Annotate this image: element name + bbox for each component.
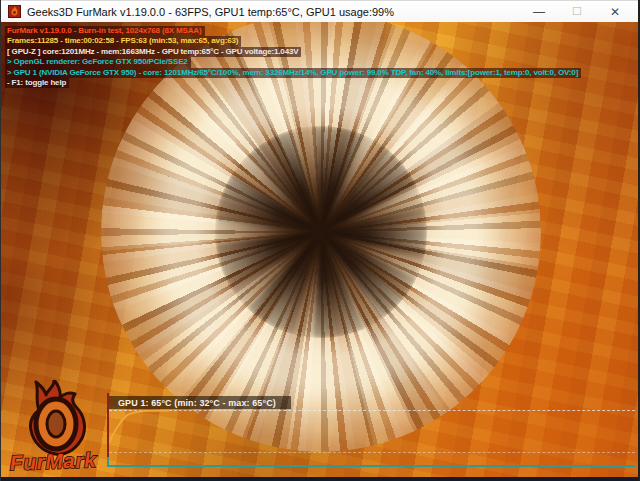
furmark-app-icon: [8, 5, 21, 18]
osd-line-gpuz: [ GPU-Z ] core:1201MHz - mem:1663MHz - G…: [5, 47, 301, 57]
osd-stats-overlay: FurMark v1.19.0.0 - Burn-in test, 1024x7…: [5, 26, 581, 88]
window-title: Geeks3D FurMark v1.19.0.0 - 63FPS, GPU1 …: [27, 6, 394, 18]
furmark-logo-flame: [30, 380, 84, 454]
window-controls: — ☐ ✕: [520, 1, 638, 22]
gpu-temp-label: GPU 1: 65°C (min: 32°C - max: 65°C): [109, 398, 276, 408]
maximize-button[interactable]: ☐: [558, 1, 596, 22]
furmark-logo-text: FurMark: [9, 448, 97, 474]
graph-bottom-axis: [107, 465, 635, 467]
osd-line-frames: Frames:11285 - time:00:02:58 - FPS:63 (m…: [5, 36, 241, 46]
furmark-window: Geeks3D FurMark v1.19.0.0 - 63FPS, GPU1 …: [0, 0, 640, 481]
titlebar[interactable]: Geeks3D FurMark v1.19.0.0 - 63FPS, GPU1 …: [1, 0, 638, 22]
osd-line-renderer: > OpenGL renderer: GeForce GTX 950/PCIe/…: [5, 57, 191, 67]
gpu-temp-label-strip: GPU 1: 65°C (min: 32°C - max: 65°C): [109, 396, 291, 409]
close-button[interactable]: ✕: [596, 1, 634, 22]
osd-line-burnin: FurMark v1.19.0.0 - Burn-in test, 1024x7…: [5, 26, 205, 36]
furmark-logo: FurMark: [9, 380, 111, 476]
fur-donut-core: [215, 126, 426, 337]
gpu-temp-graph: GPU 1: 65°C (min: 32°C - max: 65°C): [107, 393, 637, 467]
osd-line-gpu1: > GPU 1 (NVIDIA GeForce GTX 950) - core:…: [5, 68, 581, 78]
minimize-button[interactable]: —: [520, 1, 558, 22]
flame-icon: [10, 6, 19, 17]
window-bottom-border: [1, 477, 638, 481]
render-viewport: FurMark v1.19.0.0 - Burn-in test, 1024x7…: [1, 22, 638, 477]
osd-line-help: - F1: toggle help: [5, 78, 69, 88]
